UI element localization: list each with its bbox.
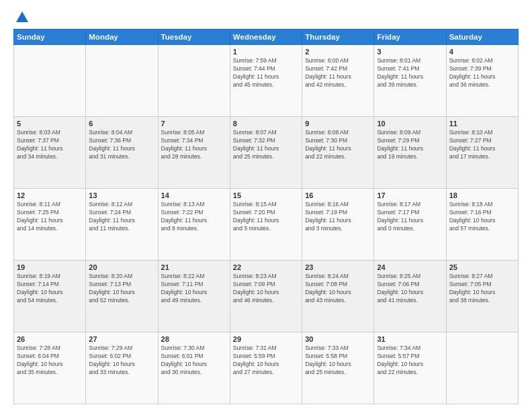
day-number: 17 <box>377 191 443 199</box>
week-row-1: 1Sunrise: 7:59 AMSunset: 7:44 PMDaylight… <box>14 45 519 117</box>
calendar-cell: 2Sunrise: 8:00 AMSunset: 7:42 PMDaylight… <box>302 45 374 117</box>
day-info: Sunrise: 8:20 AMSunset: 7:13 PMDaylight:… <box>89 273 154 305</box>
day-info: Sunrise: 7:31 AMSunset: 5:59 PMDaylight:… <box>233 345 299 377</box>
day-info: Sunrise: 7:29 AMSunset: 6:02 PMDaylight:… <box>89 345 154 377</box>
day-info: Sunrise: 8:10 AMSunset: 7:27 PMDaylight:… <box>449 129 515 161</box>
day-header-wednesday: Wednesday <box>230 30 302 45</box>
calendar-cell <box>86 45 158 117</box>
day-number: 29 <box>233 335 299 343</box>
calendar-cell: 28Sunrise: 7:30 AMSunset: 6:01 PMDayligh… <box>158 332 230 404</box>
day-number: 11 <box>449 120 515 128</box>
day-number: 23 <box>305 263 371 271</box>
calendar-page: SundayMondayTuesdayWednesdayThursdayFrid… <box>0 0 532 411</box>
day-info: Sunrise: 7:28 AMSunset: 6:04 PMDaylight:… <box>17 345 83 377</box>
calendar-cell: 24Sunrise: 8:25 AMSunset: 7:06 PMDayligh… <box>374 261 446 332</box>
calendar-cell: 22Sunrise: 8:23 AMSunset: 7:09 PMDayligh… <box>230 261 302 332</box>
day-info: Sunrise: 8:15 AMSunset: 7:20 PMDaylight:… <box>233 201 299 233</box>
day-number: 2 <box>305 48 371 56</box>
day-header-monday: Monday <box>86 30 158 45</box>
calendar-cell: 3Sunrise: 8:01 AMSunset: 7:41 PMDaylight… <box>374 45 446 117</box>
day-number: 13 <box>89 191 154 199</box>
day-info: Sunrise: 8:02 AMSunset: 7:39 PMDaylight:… <box>449 57 515 89</box>
day-header-friday: Friday <box>374 30 446 45</box>
calendar-cell: 20Sunrise: 8:20 AMSunset: 7:13 PMDayligh… <box>86 261 158 332</box>
day-number: 26 <box>17 335 83 343</box>
calendar-cell: 27Sunrise: 7:29 AMSunset: 6:02 PMDayligh… <box>86 332 158 404</box>
day-info: Sunrise: 8:07 AMSunset: 7:32 PMDaylight:… <box>233 129 299 161</box>
day-info: Sunrise: 8:03 AMSunset: 7:37 PMDaylight:… <box>17 129 83 161</box>
calendar-cell: 19Sunrise: 8:19 AMSunset: 7:14 PMDayligh… <box>14 261 86 332</box>
day-number: 10 <box>377 120 443 128</box>
day-info: Sunrise: 7:30 AMSunset: 6:01 PMDaylight:… <box>161 345 227 377</box>
calendar-cell: 26Sunrise: 7:28 AMSunset: 6:04 PMDayligh… <box>14 332 86 404</box>
week-row-3: 12Sunrise: 8:11 AMSunset: 7:25 PMDayligh… <box>14 189 519 261</box>
day-number: 30 <box>305 335 371 343</box>
day-number: 15 <box>233 191 299 199</box>
calendar-cell: 15Sunrise: 8:15 AMSunset: 7:20 PMDayligh… <box>230 189 302 261</box>
day-header-thursday: Thursday <box>302 30 374 45</box>
calendar-cell: 9Sunrise: 8:08 AMSunset: 7:30 PMDaylight… <box>302 117 374 189</box>
day-info: Sunrise: 8:17 AMSunset: 7:17 PMDaylight:… <box>377 201 443 233</box>
day-info: Sunrise: 8:12 AMSunset: 7:24 PMDaylight:… <box>89 201 154 233</box>
day-number: 5 <box>17 120 83 128</box>
calendar-cell: 31Sunrise: 7:34 AMSunset: 5:57 PMDayligh… <box>374 332 446 404</box>
logo <box>13 10 30 22</box>
day-number: 4 <box>449 48 515 56</box>
day-info: Sunrise: 8:16 AMSunset: 7:19 PMDaylight:… <box>305 201 371 233</box>
day-header-tuesday: Tuesday <box>158 30 230 45</box>
calendar-cell: 21Sunrise: 8:22 AMSunset: 7:11 PMDayligh… <box>158 261 230 332</box>
day-info: Sunrise: 8:09 AMSunset: 7:29 PMDaylight:… <box>377 129 443 161</box>
calendar-cell: 8Sunrise: 8:07 AMSunset: 7:32 PMDaylight… <box>230 117 302 189</box>
svg-marker-0 <box>16 11 28 22</box>
calendar-cell: 14Sunrise: 8:13 AMSunset: 7:22 PMDayligh… <box>158 189 230 261</box>
calendar-cell: 23Sunrise: 8:24 AMSunset: 7:08 PMDayligh… <box>302 261 374 332</box>
calendar-cell <box>158 45 230 117</box>
calendar-cell: 29Sunrise: 7:31 AMSunset: 5:59 PMDayligh… <box>230 332 302 404</box>
days-header-row: SundayMondayTuesdayWednesdayThursdayFrid… <box>14 30 519 45</box>
day-info: Sunrise: 8:08 AMSunset: 7:30 PMDaylight:… <box>305 129 371 161</box>
calendar-cell: 17Sunrise: 8:17 AMSunset: 7:17 PMDayligh… <box>374 189 446 261</box>
day-number: 31 <box>377 335 443 343</box>
week-row-5: 26Sunrise: 7:28 AMSunset: 6:04 PMDayligh… <box>14 332 519 404</box>
calendar-cell: 12Sunrise: 8:11 AMSunset: 7:25 PMDayligh… <box>14 189 86 261</box>
day-info: Sunrise: 8:01 AMSunset: 7:41 PMDaylight:… <box>377 57 443 89</box>
header <box>13 10 519 22</box>
day-number: 14 <box>161 191 227 199</box>
day-info: Sunrise: 7:34 AMSunset: 5:57 PMDaylight:… <box>377 345 443 377</box>
day-header-saturday: Saturday <box>446 30 518 45</box>
day-number: 21 <box>161 263 227 271</box>
week-row-2: 5Sunrise: 8:03 AMSunset: 7:37 PMDaylight… <box>14 117 519 189</box>
calendar-cell: 6Sunrise: 8:04 AMSunset: 7:36 PMDaylight… <box>86 117 158 189</box>
logo-icon <box>15 10 30 25</box>
day-number: 12 <box>17 191 83 199</box>
calendar-cell: 7Sunrise: 8:05 AMSunset: 7:34 PMDaylight… <box>158 117 230 189</box>
calendar: SundayMondayTuesdayWednesdayThursdayFrid… <box>13 29 519 404</box>
calendar-cell: 13Sunrise: 8:12 AMSunset: 7:24 PMDayligh… <box>86 189 158 261</box>
calendar-cell: 5Sunrise: 8:03 AMSunset: 7:37 PMDaylight… <box>14 117 86 189</box>
day-number: 22 <box>233 263 299 271</box>
day-info: Sunrise: 8:04 AMSunset: 7:36 PMDaylight:… <box>89 129 154 161</box>
day-info: Sunrise: 8:00 AMSunset: 7:42 PMDaylight:… <box>305 57 371 89</box>
day-number: 3 <box>377 48 443 56</box>
day-number: 16 <box>305 191 371 199</box>
calendar-cell: 25Sunrise: 8:27 AMSunset: 7:05 PMDayligh… <box>446 261 518 332</box>
day-number: 24 <box>377 263 443 271</box>
week-row-4: 19Sunrise: 8:19 AMSunset: 7:14 PMDayligh… <box>14 261 519 332</box>
calendar-cell: 16Sunrise: 8:16 AMSunset: 7:19 PMDayligh… <box>302 189 374 261</box>
day-info: Sunrise: 8:19 AMSunset: 7:14 PMDaylight:… <box>17 273 83 305</box>
day-info: Sunrise: 8:27 AMSunset: 7:05 PMDaylight:… <box>449 273 515 305</box>
day-number: 9 <box>305 120 371 128</box>
day-number: 6 <box>89 120 154 128</box>
calendar-cell: 30Sunrise: 7:33 AMSunset: 5:58 PMDayligh… <box>302 332 374 404</box>
day-number: 20 <box>89 263 154 271</box>
day-info: Sunrise: 8:22 AMSunset: 7:11 PMDaylight:… <box>161 273 227 305</box>
day-header-sunday: Sunday <box>14 30 86 45</box>
day-number: 7 <box>161 120 227 128</box>
calendar-cell: 10Sunrise: 8:09 AMSunset: 7:29 PMDayligh… <box>374 117 446 189</box>
calendar-cell <box>14 45 86 117</box>
day-info: Sunrise: 8:25 AMSunset: 7:06 PMDaylight:… <box>377 273 443 305</box>
calendar-cell: 4Sunrise: 8:02 AMSunset: 7:39 PMDaylight… <box>446 45 518 117</box>
calendar-cell: 11Sunrise: 8:10 AMSunset: 7:27 PMDayligh… <box>446 117 518 189</box>
day-info: Sunrise: 8:18 AMSunset: 7:16 PMDaylight:… <box>449 201 515 233</box>
day-info: Sunrise: 8:24 AMSunset: 7:08 PMDaylight:… <box>305 273 371 305</box>
